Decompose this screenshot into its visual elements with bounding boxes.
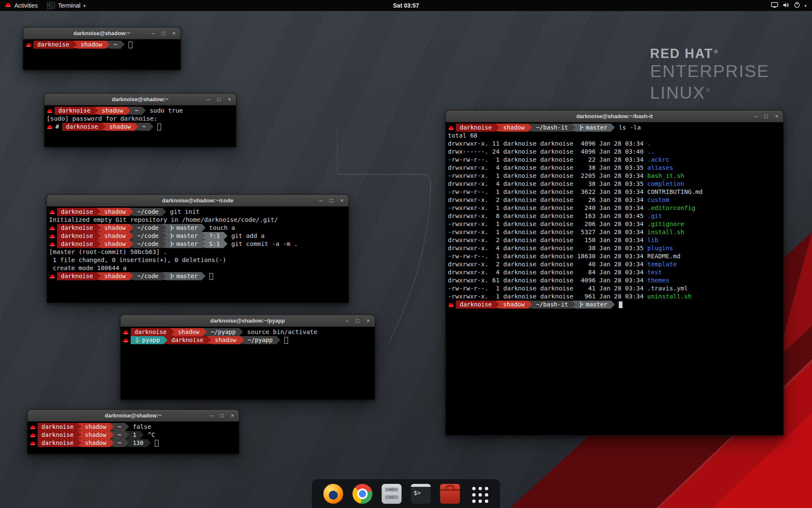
show-apps-icon: [469, 484, 489, 504]
system-status-area[interactable]: ▾: [765, 0, 812, 11]
dock-item-files[interactable]: [381, 483, 403, 505]
window-titlebar[interactable]: darknoise@shadow:~/bash-it–□×: [446, 110, 783, 122]
terminal-content[interactable]: darknoiseshadow~/bash-itmasterls -latota…: [446, 122, 783, 436]
output-line: 1 file changed, 0 insertions(+), 0 delet…: [48, 256, 348, 264]
prompt-segment-host: shadow: [81, 423, 110, 431]
redhat-prompt-icon: [48, 232, 57, 240]
file-name: bash_it.sh: [647, 172, 684, 179]
close-button[interactable]: ×: [171, 30, 177, 36]
clock[interactable]: Sat 03:57: [393, 2, 419, 9]
powerline-arrow: [129, 232, 133, 240]
redhat-prompt-icon: [121, 328, 131, 336]
prompt-segment-user: darknoise: [55, 107, 94, 115]
terminal-content[interactable]: darknoiseshadow~falsedarknoiseshadow~1^C…: [27, 422, 239, 454]
minimize-button[interactable]: –: [150, 30, 156, 36]
prompt-line: darknoiseshadow~/bash-itmaster: [447, 301, 782, 309]
powerline-arrow: [162, 232, 166, 240]
powerline-arrow: [77, 439, 81, 447]
dock-item-show-apps[interactable]: [468, 483, 490, 505]
window-controls: –□×: [753, 110, 779, 122]
activities-button[interactable]: Activities: [0, 0, 42, 11]
maximize-button[interactable]: □: [161, 30, 166, 36]
window-titlebar[interactable]: darknoise@shadow:~–□×: [27, 410, 239, 422]
minimize-button[interactable]: –: [208, 413, 214, 418]
powerline-arrow: [202, 272, 206, 280]
maximize-button[interactable]: □: [355, 318, 360, 323]
dock-item-chrome[interactable]: [351, 483, 373, 505]
app-menu-terminal[interactable]: Terminal ▾: [42, 0, 90, 11]
file-name: themes: [647, 277, 669, 284]
powerline-arrow: [140, 431, 144, 439]
maximize-button[interactable]: □: [763, 113, 769, 119]
powerline-arrow: [142, 107, 146, 114]
terminal-cursor: [284, 337, 288, 344]
terminal-content[interactable]: darknoiseshadow~/pyappsource bin/activat…: [121, 327, 375, 400]
minimize-button[interactable]: –: [206, 97, 211, 102]
command-text: git init: [166, 208, 200, 216]
window-titlebar[interactable]: darknoise@shadow:~–□×: [44, 94, 236, 105]
powerline-arrow: [162, 272, 166, 280]
maximize-button[interactable]: □: [219, 413, 225, 418]
prompt-segment-path: ~: [114, 439, 125, 447]
prompt-line: darknoiseshadow~: [24, 41, 180, 49]
prompt-line: darknoiseshadow~sudo true: [45, 107, 235, 115]
ls-row: -rw-rw-r--. 1 darknoise darknoise 3622 J…: [447, 188, 782, 196]
terminal-content[interactable]: darknoiseshadow~/codegit initInitialized…: [47, 207, 348, 303]
prompt-segment-host: shadow: [106, 123, 135, 131]
redhat-prompt-icon: [28, 431, 38, 439]
minimize-button[interactable]: –: [344, 318, 350, 323]
branch-icon: [170, 273, 174, 279]
dock-item-firefox[interactable]: [322, 483, 344, 505]
terminal-cursor: [129, 41, 132, 48]
powerline-arrow: [147, 439, 151, 447]
file-name: plugins: [647, 245, 673, 251]
window-titlebar[interactable]: darknoise@shadow:~/code–□×: [47, 195, 348, 207]
powerline-arrow: [106, 41, 110, 48]
dock-item-terminal[interactable]: $>: [410, 483, 432, 505]
window-titlebar[interactable]: darknoise@shadow:~–□×: [23, 28, 181, 39]
ls-row: drwxrwxr-x. 11 darknoise darknoise 4096 …: [447, 140, 782, 148]
command-text: false: [129, 423, 151, 431]
minimize-button[interactable]: –: [753, 113, 758, 119]
ls-row: -rwxrwxr-x. 1 darknoise darknoise 5327 J…: [447, 228, 782, 236]
prompt-line: pyappdarknoiseshadow~/pyapp: [121, 336, 374, 344]
prompt-line: darknoiseshadow~130: [28, 439, 238, 447]
window-titlebar[interactable]: darknoise@shadow:~/pyapp–□×: [121, 315, 375, 327]
powerline-arrow: [129, 208, 133, 215]
prompt-segment-host: shadow: [101, 240, 130, 248]
powerline-arrow: [572, 301, 576, 308]
maximize-button[interactable]: □: [216, 97, 222, 102]
ls-row: -rwxrwxr-x. 1 darknoise darknoise 2205 J…: [447, 172, 782, 180]
power-icon: [794, 2, 800, 9]
window-controls: –□×: [208, 410, 235, 421]
minimize-button[interactable]: –: [318, 198, 324, 203]
window-title: darknoise@shadow:~/pyapp: [121, 315, 375, 326]
close-button[interactable]: ×: [230, 413, 235, 418]
redhat-logo-icon: [5, 2, 11, 9]
powerline-arrow: [97, 272, 101, 280]
close-button[interactable]: ×: [227, 97, 232, 102]
prompt-segment-host: shadow: [499, 124, 529, 132]
python-icon: [134, 337, 140, 343]
prompt-segment-user: darknoise: [62, 123, 102, 131]
close-button[interactable]: ×: [774, 113, 779, 119]
close-button[interactable]: ×: [339, 198, 345, 203]
powerline-arrow: [162, 240, 166, 248]
powerline-arrow: [239, 328, 243, 336]
terminal-content[interactable]: darknoiseshadow~: [23, 39, 181, 70]
maximize-button[interactable]: □: [329, 198, 334, 203]
prompt-segment-path: ~/pyapp: [244, 336, 277, 344]
redhat-prompt-icon: [48, 272, 57, 280]
dock-item-toolbox[interactable]: [439, 483, 461, 505]
prompt-segment-host: shadow: [101, 272, 130, 280]
powerline-arrow: [97, 240, 101, 248]
ls-row: drwxrwxr-x. 4 darknoise darknoise 38 Jan…: [447, 180, 782, 188]
brand-line-redhat: RED HAT®: [650, 44, 769, 61]
close-button[interactable]: ×: [365, 318, 371, 323]
prompt-line: darknoiseshadow~/pyappsource bin/activat…: [121, 328, 374, 336]
powerline-arrow: [162, 224, 166, 232]
terminal-content[interactable]: darknoiseshadow~sudo true[sudo] password…: [44, 105, 236, 147]
prompt-segment-host: shadow: [77, 41, 106, 49]
file-name: .gitignore: [647, 221, 684, 227]
file-name: .: [647, 140, 651, 147]
